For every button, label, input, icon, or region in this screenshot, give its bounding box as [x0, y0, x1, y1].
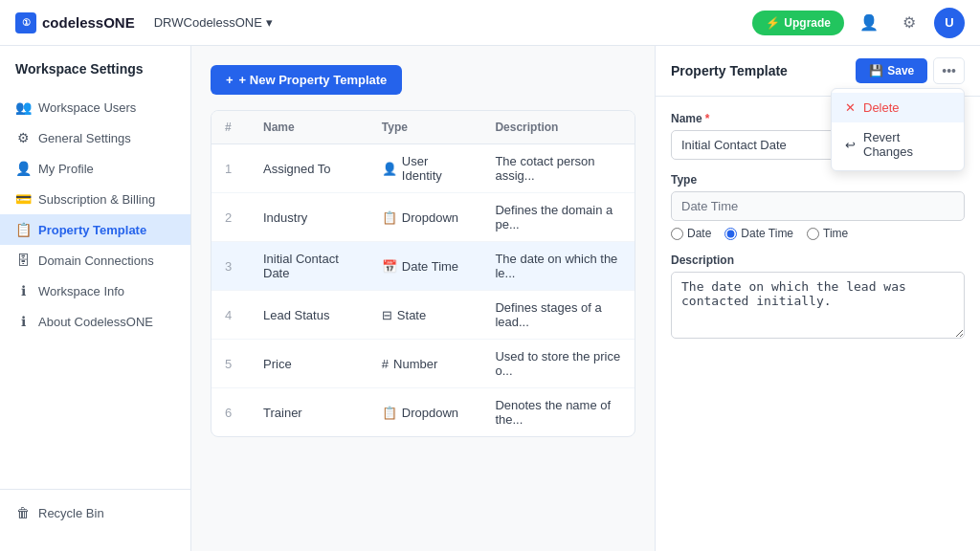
- panel-header: Property Template 💾 Save ••• ✕ Delete ↩: [656, 46, 980, 97]
- sidebar-item-workspace-users[interactable]: 👥 Workspace Users: [0, 92, 190, 122]
- new-button-label: + New Property Template: [239, 73, 388, 87]
- sidebar-label-workspace-users: Workspace Users: [38, 100, 136, 115]
- delete-icon: ✕: [845, 100, 856, 115]
- more-button[interactable]: •••: [933, 57, 965, 84]
- sidebar-label-subscription-billing: Subscription & Billing: [38, 192, 155, 207]
- type-radio-group: Date Date Time Time: [671, 227, 965, 240]
- radio-time[interactable]: Time: [807, 227, 848, 240]
- sidebar-label-property-template: Property Template: [38, 223, 146, 237]
- sidebar-item-my-profile[interactable]: 👤 My Profile: [0, 153, 190, 184]
- sidebar-label-workspace-info: Workspace Info: [38, 284, 124, 298]
- new-property-template-button[interactable]: + + New Property Template: [211, 65, 402, 95]
- table-row[interactable]: 1 Assigned To 👤 User Identity The cotact…: [212, 144, 635, 193]
- dropdown-item-delete[interactable]: ✕ Delete: [832, 93, 964, 122]
- description-textarea[interactable]: The date on which the lead was contacted…: [671, 272, 965, 339]
- cell-num: 5: [212, 340, 250, 388]
- cell-description: The date on which the le...: [481, 242, 635, 291]
- table-header-row: # Name Type Description: [212, 111, 635, 144]
- radio-time-input[interactable]: [807, 228, 819, 240]
- table-row[interactable]: 4 Lead Status ⊟ State Defines stages of …: [212, 291, 635, 340]
- avatar-button[interactable]: U: [934, 8, 965, 38]
- more-icon: •••: [942, 63, 956, 78]
- sidebar-item-property-template[interactable]: 📋 Property Template: [0, 214, 190, 245]
- dropdown-item-revert-changes[interactable]: ↩ Revert Changes: [832, 122, 964, 166]
- dropdown-menu: ✕ Delete ↩ Revert Changes: [831, 88, 965, 171]
- about-icon: ℹ: [15, 314, 31, 329]
- table-row[interactable]: 3 Initial Contact Date 📅 Date Time The d…: [212, 242, 635, 291]
- template-icon: 📋: [15, 222, 31, 237]
- table-row[interactable]: 2 Industry 📋 Dropdown Defines the domain…: [212, 193, 635, 242]
- radio-date-time[interactable]: Date Time: [724, 227, 793, 240]
- lightning-icon: ⚡: [766, 16, 780, 30]
- cell-name: Industry: [250, 193, 368, 242]
- table-row[interactable]: 6 Trainer 📋 Dropdown Denotes the name of…: [212, 388, 635, 437]
- sidebar-item-recycle-bin[interactable]: 🗑 Recycle Bin: [0, 497, 190, 528]
- type-icon: #: [382, 357, 389, 371]
- col-header-type: Type: [368, 111, 482, 144]
- revert-icon: ↩: [845, 138, 856, 152]
- radio-date-time-input[interactable]: [724, 228, 737, 240]
- cell-num: 4: [212, 291, 250, 340]
- sidebar-spacer: [0, 337, 190, 481]
- type-label: Type: [671, 173, 965, 187]
- settings-nav-button[interactable]: ⚙: [894, 8, 924, 38]
- sidebar-label-about-codelessone: About CodelessONE: [38, 315, 153, 329]
- sidebar: Workspace Settings 👥 Workspace Users ⚙ G…: [0, 46, 191, 551]
- cell-description: Used to store the price o...: [481, 340, 635, 388]
- form-group-description: Description The date on which the lead w…: [671, 253, 965, 342]
- sidebar-item-domain-connections[interactable]: 🗄 Domain Connections: [0, 245, 190, 276]
- sidebar-item-subscription-billing[interactable]: 💳 Subscription & Billing: [0, 184, 190, 214]
- type-input: [671, 191, 965, 221]
- type-icon: ⊟: [382, 308, 392, 322]
- radio-date[interactable]: Date: [671, 227, 711, 240]
- upgrade-label: Upgrade: [784, 16, 831, 30]
- table-row[interactable]: 5 Price # Number Used to store the price…: [212, 340, 635, 388]
- required-marker: *: [705, 112, 710, 125]
- revert-label: Revert Changes: [863, 130, 950, 159]
- form-group-type: Type Date Date Time Time: [671, 173, 965, 240]
- save-button[interactable]: 💾 Save: [856, 58, 927, 83]
- workspace-name: DRWCodelessONE: [154, 15, 262, 30]
- right-panel: Property Template 💾 Save ••• ✕ Delete ↩: [655, 46, 980, 551]
- topnav: ① codelessONE DRWCodelessONE ▾ ⚡ Upgrade…: [0, 0, 980, 46]
- cell-name: Trainer: [250, 388, 368, 437]
- cell-description: Defines stages of a lead...: [481, 291, 635, 340]
- upgrade-button[interactable]: ⚡ Upgrade: [752, 11, 844, 35]
- cell-name: Lead Status: [250, 291, 368, 340]
- sidebar-title: Workspace Settings: [0, 61, 190, 92]
- panel-title: Property Template: [671, 63, 788, 78]
- sidebar-label-general-settings: General Settings: [38, 131, 131, 145]
- col-header-description: Description: [481, 111, 635, 144]
- cell-type: 📋 Dropdown: [368, 193, 482, 242]
- radio-date-input[interactable]: [671, 228, 683, 240]
- description-label: Description: [671, 253, 965, 267]
- sidebar-label-domain-connections: Domain Connections: [38, 253, 154, 268]
- gear-icon: ⚙: [902, 13, 916, 32]
- sidebar-label-recycle-bin: Recycle Bin: [38, 506, 104, 520]
- cell-name: Assigned To: [250, 144, 368, 193]
- users-icon: 👥: [15, 99, 31, 115]
- sidebar-item-about-codelessone[interactable]: ℹ About CodelessONE: [0, 306, 190, 337]
- plus-icon: +: [226, 73, 234, 87]
- sidebar-item-general-settings[interactable]: ⚙ General Settings: [0, 122, 190, 153]
- property-table-container: # Name Type Description 1 Assigned To 👤 …: [211, 110, 635, 437]
- info-icon: ℹ: [15, 283, 31, 298]
- cell-num: 1: [212, 144, 250, 193]
- cell-type: 📅 Date Time: [368, 242, 482, 291]
- avatar-initial: U: [945, 15, 953, 30]
- recycle-bin-icon: 🗑: [15, 505, 31, 520]
- cell-type: 📋 Dropdown: [368, 388, 482, 437]
- sidebar-item-workspace-info[interactable]: ℹ Workspace Info: [0, 276, 190, 306]
- topnav-right: ⚡ Upgrade 👤 ⚙ U: [752, 8, 965, 38]
- workspace-selector[interactable]: DRWCodelessONE ▾: [146, 11, 280, 33]
- users-nav-button[interactable]: 👤: [854, 8, 884, 38]
- col-header-num: #: [212, 111, 250, 144]
- logo-icon: ①: [15, 12, 36, 33]
- domain-icon: 🗄: [15, 253, 31, 268]
- save-label: Save: [887, 64, 914, 77]
- save-icon: 💾: [869, 64, 883, 77]
- cell-num: 3: [212, 242, 250, 291]
- cell-description: Denotes the name of the...: [481, 388, 635, 437]
- topnav-left: ① codelessONE DRWCodelessONE ▾: [15, 11, 280, 33]
- person-icon: 👤: [15, 161, 31, 176]
